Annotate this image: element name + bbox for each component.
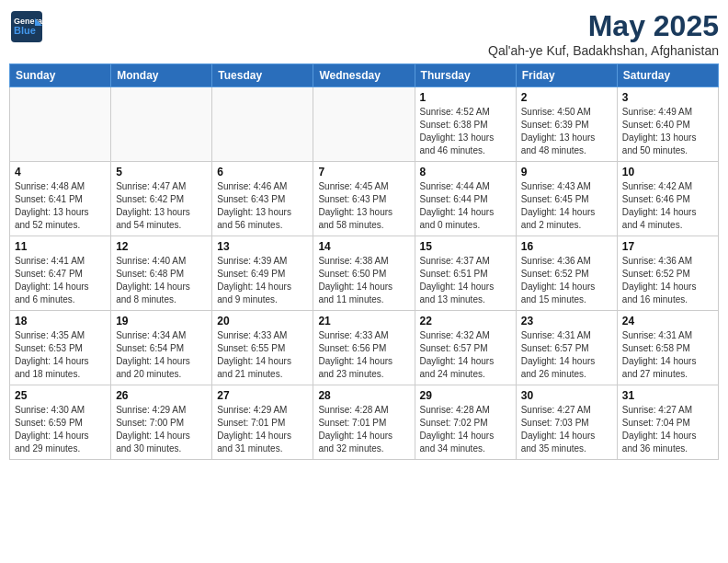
day-number: 27 — [217, 389, 308, 402]
sunrise-time: Sunrise: 4:37 AM — [420, 256, 490, 266]
sunset-time: Sunset: 7:01 PM — [318, 418, 386, 428]
calendar-table: Sunday Monday Tuesday Wednesday Thursday… — [9, 63, 719, 460]
calendar-week-row: 18Sunrise: 4:35 AMSunset: 6:53 PMDayligh… — [10, 311, 719, 385]
daylight-hours: Daylight: 13 hours and 48 minutes. — [521, 132, 596, 155]
daylight-hours: Daylight: 13 hours and 46 minutes. — [420, 132, 495, 155]
daylight-hours: Daylight: 14 hours and 20 minutes. — [116, 356, 190, 379]
table-row: 24Sunrise: 4:31 AMSunset: 6:58 PMDayligh… — [617, 311, 718, 385]
location-subtitle: Qal'ah-ye Kuf, Badakhshan, Afghanistan — [488, 43, 719, 58]
table-row: 1Sunrise: 4:52 AMSunset: 6:38 PMDaylight… — [415, 87, 516, 162]
table-row: 26Sunrise: 4:29 AMSunset: 7:00 PMDayligh… — [111, 385, 212, 460]
sunrise-time: Sunrise: 4:46 AM — [217, 181, 287, 191]
day-info: Sunrise: 4:29 AMSunset: 7:01 PMDaylight:… — [217, 404, 308, 455]
day-number: 23 — [521, 315, 612, 327]
table-row: 13Sunrise: 4:39 AMSunset: 6:49 PMDayligh… — [212, 236, 313, 311]
table-row: 8Sunrise: 4:44 AMSunset: 6:44 PMDaylight… — [415, 162, 516, 236]
day-info: Sunrise: 4:31 AMSunset: 6:58 PMDaylight:… — [622, 329, 713, 381]
sunrise-time: Sunrise: 4:29 AM — [116, 405, 186, 415]
day-number: 12 — [116, 240, 207, 253]
day-number: 9 — [521, 166, 612, 178]
table-row: 19Sunrise: 4:34 AMSunset: 6:54 PMDayligh… — [111, 311, 212, 385]
sunrise-time: Sunrise: 4:44 AM — [420, 181, 490, 191]
day-info: Sunrise: 4:41 AMSunset: 6:47 PMDaylight:… — [15, 255, 106, 306]
day-number: 6 — [217, 166, 308, 178]
day-info: Sunrise: 4:35 AMSunset: 6:53 PMDaylight:… — [15, 329, 106, 381]
sunset-time: Sunset: 6:50 PM — [318, 269, 386, 279]
sunset-time: Sunset: 7:04 PM — [622, 418, 690, 428]
daylight-hours: Daylight: 14 hours and 35 minutes. — [521, 431, 596, 454]
calendar-week-row: 11Sunrise: 4:41 AMSunset: 6:47 PMDayligh… — [10, 236, 719, 311]
day-number: 25 — [15, 389, 106, 402]
day-number: 24 — [622, 315, 713, 327]
sunset-time: Sunset: 6:42 PM — [116, 194, 184, 204]
day-number: 15 — [420, 240, 511, 253]
sunrise-time: Sunrise: 4:32 AM — [420, 330, 490, 340]
day-number: 30 — [521, 389, 612, 402]
day-number: 14 — [318, 240, 409, 253]
sunrise-time: Sunrise: 4:35 AM — [15, 330, 85, 340]
sunset-time: Sunset: 6:43 PM — [217, 194, 285, 204]
day-info: Sunrise: 4:28 AMSunset: 7:02 PMDaylight:… — [420, 404, 511, 455]
day-info: Sunrise: 4:44 AMSunset: 6:44 PMDaylight:… — [420, 180, 511, 232]
sunset-time: Sunset: 6:57 PM — [420, 343, 488, 353]
day-number: 4 — [15, 166, 106, 178]
sunrise-time: Sunrise: 4:48 AM — [15, 181, 85, 191]
table-row: 10Sunrise: 4:42 AMSunset: 6:46 PMDayligh… — [617, 162, 718, 236]
sunrise-time: Sunrise: 4:27 AM — [521, 405, 591, 415]
col-friday: Friday — [516, 64, 617, 87]
table-row: 14Sunrise: 4:38 AMSunset: 6:50 PMDayligh… — [313, 236, 415, 311]
sunrise-time: Sunrise: 4:27 AM — [622, 405, 692, 415]
sunrise-time: Sunrise: 4:33 AM — [217, 330, 287, 340]
sunset-time: Sunset: 6:51 PM — [420, 269, 488, 279]
table-row: 15Sunrise: 4:37 AMSunset: 6:51 PMDayligh… — [415, 236, 516, 311]
day-number: 26 — [116, 389, 207, 402]
table-row: 16Sunrise: 4:36 AMSunset: 6:52 PMDayligh… — [516, 236, 617, 311]
table-row: 23Sunrise: 4:31 AMSunset: 6:57 PMDayligh… — [516, 311, 617, 385]
logo: General Blue — [9, 9, 44, 44]
sunset-time: Sunset: 6:43 PM — [318, 194, 386, 204]
sunset-time: Sunset: 6:48 PM — [116, 269, 184, 279]
day-number: 2 — [521, 91, 612, 104]
table-row — [212, 87, 313, 162]
col-tuesday: Tuesday — [212, 64, 313, 87]
sunrise-time: Sunrise: 4:31 AM — [622, 330, 692, 340]
table-row: 4Sunrise: 4:48 AMSunset: 6:41 PMDaylight… — [10, 162, 111, 236]
daylight-hours: Daylight: 14 hours and 8 minutes. — [116, 282, 190, 304]
sunrise-time: Sunrise: 4:28 AM — [420, 405, 490, 415]
daylight-hours: Daylight: 14 hours and 6 minutes. — [15, 282, 89, 304]
table-row: 11Sunrise: 4:41 AMSunset: 6:47 PMDayligh… — [10, 236, 111, 311]
sunrise-time: Sunrise: 4:39 AM — [217, 256, 287, 266]
daylight-hours: Daylight: 14 hours and 31 minutes. — [217, 431, 291, 454]
day-number: 22 — [420, 315, 511, 327]
daylight-hours: Daylight: 14 hours and 32 minutes. — [318, 431, 392, 454]
table-row: 7Sunrise: 4:45 AMSunset: 6:43 PMDaylight… — [313, 162, 415, 236]
day-number: 28 — [318, 389, 409, 402]
table-row: 18Sunrise: 4:35 AMSunset: 6:53 PMDayligh… — [10, 311, 111, 385]
day-info: Sunrise: 4:48 AMSunset: 6:41 PMDaylight:… — [15, 180, 106, 232]
daylight-hours: Daylight: 14 hours and 16 minutes. — [622, 282, 697, 304]
day-number: 7 — [318, 166, 409, 178]
day-number: 10 — [622, 166, 713, 178]
sunrise-time: Sunrise: 4:42 AM — [622, 181, 692, 191]
sunset-time: Sunset: 7:03 PM — [521, 418, 589, 428]
day-info: Sunrise: 4:42 AMSunset: 6:46 PMDaylight:… — [622, 180, 713, 232]
sunset-time: Sunset: 6:52 PM — [521, 269, 589, 279]
day-info: Sunrise: 4:36 AMSunset: 6:52 PMDaylight:… — [521, 255, 612, 306]
sunrise-time: Sunrise: 4:36 AM — [622, 256, 692, 266]
daylight-hours: Daylight: 14 hours and 30 minutes. — [116, 431, 190, 454]
daylight-hours: Daylight: 13 hours and 52 minutes. — [15, 207, 89, 230]
sunset-time: Sunset: 6:49 PM — [217, 269, 285, 279]
sunset-time: Sunset: 6:59 PM — [15, 418, 83, 428]
col-wednesday: Wednesday — [313, 64, 415, 87]
day-number: 19 — [116, 315, 207, 327]
sunrise-time: Sunrise: 4:30 AM — [15, 405, 85, 415]
daylight-hours: Daylight: 14 hours and 4 minutes. — [622, 207, 697, 230]
day-number: 21 — [318, 315, 409, 327]
col-saturday: Saturday — [617, 64, 718, 87]
daylight-hours: Daylight: 14 hours and 27 minutes. — [622, 356, 697, 379]
table-row: 28Sunrise: 4:28 AMSunset: 7:01 PMDayligh… — [313, 385, 415, 460]
month-title: May 2025 — [488, 9, 719, 43]
day-info: Sunrise: 4:45 AMSunset: 6:43 PMDaylight:… — [318, 180, 409, 232]
sunset-time: Sunset: 6:45 PM — [521, 194, 589, 204]
table-row: 12Sunrise: 4:40 AMSunset: 6:48 PMDayligh… — [111, 236, 212, 311]
